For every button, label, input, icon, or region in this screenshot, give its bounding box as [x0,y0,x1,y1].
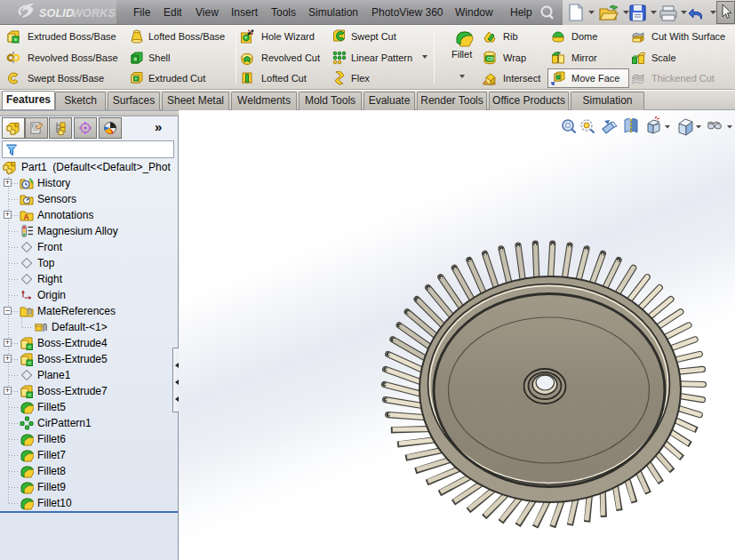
svg-text:A: A [24,212,29,221]
svg-text:SOLID: SOLID [39,7,74,20]
svg-text:WORKS: WORKS [72,7,116,20]
svg-text:CD: CD [487,56,494,61]
